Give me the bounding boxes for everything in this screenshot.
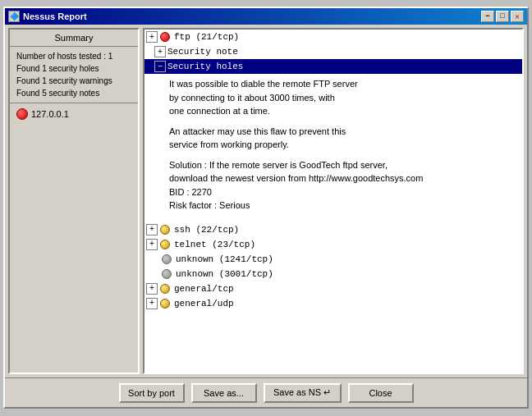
expand-security-note[interactable]: + bbox=[154, 46, 166, 57]
ftp-status-icon bbox=[160, 32, 170, 42]
tree-row-security-holes[interactable]: − Security holes bbox=[144, 59, 522, 74]
title-bar-left: 🔷 Nessus Report bbox=[8, 11, 87, 22]
tree-row-security-note[interactable]: + Security note bbox=[144, 44, 522, 59]
sidebar-hosts: 127.0.0.1 bbox=[10, 103, 138, 373]
close-button[interactable]: Close bbox=[348, 383, 414, 403]
close-window-button[interactable]: ✕ bbox=[511, 11, 524, 22]
stat-warnings: Found 1 security warnings bbox=[16, 76, 131, 85]
title-buttons: − □ ✕ bbox=[481, 11, 524, 22]
tree-row-ftp[interactable]: + ftp (21/tcp) bbox=[144, 30, 522, 44]
general-udp-label: general/udp bbox=[172, 297, 236, 310]
stat-hosts: Number of hosts tested : 1 bbox=[16, 52, 131, 61]
save-as-ns-button[interactable]: Save as NS ↵ bbox=[264, 383, 342, 403]
expand-ssh[interactable]: + bbox=[146, 224, 158, 235]
sidebar: Summary Number of hosts tested : 1 Found… bbox=[8, 28, 140, 374]
sidebar-stats: Number of hosts tested : 1 Found 1 secur… bbox=[10, 47, 138, 103]
maximize-button[interactable]: □ bbox=[496, 11, 509, 22]
unknown2-label: unknown (3001/tcp) bbox=[174, 267, 275, 281]
tree-row-telnet[interactable]: + telnet (23/tcp) bbox=[144, 237, 522, 252]
general-tcp-label: general/tcp bbox=[172, 282, 236, 295]
save-as-button[interactable]: Save as... bbox=[191, 383, 257, 403]
detail-para-1: It was possible to diable the remote FTP… bbox=[169, 77, 516, 118]
expand-general-tcp[interactable]: + bbox=[146, 283, 158, 295]
window-title: Nessus Report bbox=[23, 11, 87, 21]
detail-para-2: An attacker may use this flaw to prevent… bbox=[169, 125, 516, 152]
sort-by-port-button[interactable]: Sort by port bbox=[119, 383, 185, 403]
security-note-label: Security note bbox=[166, 45, 240, 58]
stat-holes: Found 1 security holes bbox=[16, 64, 131, 73]
expand-general-udp[interactable]: + bbox=[146, 298, 158, 309]
sidebar-summary-label: Summary bbox=[10, 30, 138, 47]
host-status-dot bbox=[16, 108, 28, 120]
detail-content: It was possible to diable the remote FTP… bbox=[144, 74, 522, 222]
security-holes-label: Security holes bbox=[166, 60, 245, 73]
stat-notes: Found 5 security notes bbox=[16, 89, 131, 98]
ftp-label: ftp (21/tcp) bbox=[172, 30, 241, 43]
ssh-label: ssh (22/tcp) bbox=[172, 223, 241, 236]
unknown1-label: unknown (1241/tcp) bbox=[174, 253, 275, 266]
minimize-button[interactable]: − bbox=[481, 11, 494, 22]
telnet-label: telnet (23/tcp) bbox=[172, 238, 257, 251]
app-icon: 🔷 bbox=[8, 11, 20, 22]
general-udp-status-icon bbox=[160, 299, 170, 309]
tree-row-unknown1[interactable]: unknown (1241/tcp) bbox=[144, 252, 522, 267]
main-window: 🔷 Nessus Report − □ ✕ Summary Number of … bbox=[3, 7, 529, 409]
tree-row-unknown2[interactable]: unknown (3001/tcp) bbox=[144, 267, 522, 281]
ssh-status-icon bbox=[160, 225, 170, 235]
unknown2-status-icon bbox=[162, 269, 172, 279]
unknown1-status-icon bbox=[162, 254, 172, 264]
expand-telnet[interactable]: + bbox=[146, 239, 158, 250]
tree-row-ssh[interactable]: + ssh (22/tcp) bbox=[144, 222, 522, 237]
content-area: Summary Number of hosts tested : 1 Found… bbox=[5, 25, 527, 377]
main-panel: + ftp (21/tcp) + Security note − Securit… bbox=[143, 28, 524, 374]
tree-row-general-udp[interactable]: + general/udp bbox=[144, 296, 522, 311]
selected-box: − bbox=[154, 61, 166, 72]
general-tcp-status-icon bbox=[160, 284, 170, 294]
host-item[interactable]: 127.0.0.1 bbox=[16, 108, 131, 120]
footer: Sort by port Save as... Save as NS ↵ Clo… bbox=[5, 377, 527, 407]
detail-para-3: Solution : If the remote server is GoodT… bbox=[169, 158, 516, 213]
telnet-status-icon bbox=[160, 240, 170, 249]
expand-ftp[interactable]: + bbox=[146, 31, 158, 43]
tree-row-general-tcp[interactable]: + general/tcp bbox=[144, 281, 522, 296]
host-label: 127.0.0.1 bbox=[31, 109, 69, 119]
title-bar: 🔷 Nessus Report − □ ✕ bbox=[5, 8, 527, 25]
